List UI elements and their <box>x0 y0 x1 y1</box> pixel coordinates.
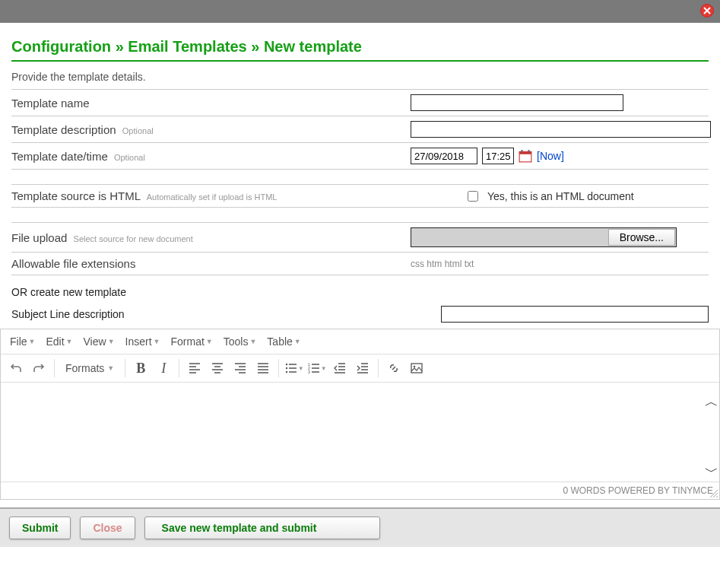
label-template-datetime: Template date/time <box>11 150 108 163</box>
template-date-input[interactable] <box>411 148 477 164</box>
save-hint-button[interactable]: Save new template and submit <box>144 516 380 539</box>
editor-status-text: 0 WORDS POWERED BY TINYMCE <box>563 485 713 496</box>
editor-menubar: File▼ Edit▼ View▼ Insert▼ Format▼ Tools▼… <box>1 329 719 354</box>
redo-icon[interactable] <box>28 358 49 379</box>
scroll-up-icon[interactable]: ︿ <box>705 396 717 408</box>
link-icon[interactable] <box>383 358 404 379</box>
editor-content-area[interactable]: ︿ ﹀ <box>1 383 719 482</box>
hint-file-upload: Select source for new document <box>74 234 193 243</box>
svg-point-6 <box>286 371 287 373</box>
row-template-name: Template name <box>11 89 709 116</box>
row-subject: Subject Line description <box>11 306 709 323</box>
resize-grip-icon[interactable] <box>710 490 718 497</box>
bullet-list-icon[interactable]: ▼ <box>284 358 305 379</box>
row-extensions: Allowable file extensions css htm html t… <box>11 252 709 275</box>
menu-edit[interactable]: Edit▼ <box>41 332 77 351</box>
bold-icon[interactable]: B <box>130 358 151 379</box>
svg-point-5 <box>286 367 287 369</box>
row-template-datetime: Template date/time Optional [Now] <box>11 142 709 169</box>
outdent-icon[interactable] <box>329 358 350 379</box>
label-subject: Subject Line description <box>11 308 441 320</box>
indent-icon[interactable] <box>352 358 373 379</box>
undo-icon[interactable] <box>5 358 27 379</box>
menu-insert[interactable]: Insert▼ <box>121 332 165 351</box>
source-html-checkbox-label: Yes, this is an HTML document <box>487 190 634 202</box>
or-create-line: OR create new template <box>11 286 709 298</box>
editor-statusbar: 0 WORDS POWERED BY TINYMCE <box>1 482 719 499</box>
svg-point-11 <box>414 366 416 368</box>
menu-format[interactable]: Format▼ <box>166 332 217 351</box>
close-icon[interactable] <box>700 4 714 17</box>
extensions-text: css htm html txt <box>411 259 474 269</box>
subject-input[interactable] <box>441 306 709 323</box>
menu-file[interactable]: File▼ <box>5 332 40 351</box>
align-right-icon[interactable] <box>230 358 251 379</box>
align-justify-icon[interactable] <box>252 358 274 379</box>
italic-icon[interactable]: I <box>153 358 174 379</box>
template-desc-input[interactable] <box>411 121 711 138</box>
label-source-html: Template source is HTML <box>11 189 141 202</box>
image-icon[interactable] <box>406 358 427 379</box>
row-source-html: Template source is HTML Automatically se… <box>11 184 709 207</box>
formats-dropdown[interactable]: Formats▼ <box>59 358 120 379</box>
svg-rect-10 <box>411 364 422 373</box>
rich-text-editor: File▼ Edit▼ View▼ Insert▼ Format▼ Tools▼… <box>0 329 720 500</box>
svg-rect-3 <box>528 150 529 152</box>
submit-button[interactable]: Submit <box>9 516 71 539</box>
calendar-icon[interactable] <box>519 149 532 163</box>
label-template-name: Template name <box>11 97 90 110</box>
label-template-desc: Template description <box>11 123 116 136</box>
menu-table[interactable]: Table▼ <box>262 332 305 351</box>
source-html-checkbox[interactable] <box>468 191 478 202</box>
row-file-upload: File upload Select source for new docume… <box>11 222 709 252</box>
number-list-icon[interactable]: 123▼ <box>306 358 328 379</box>
svg-point-4 <box>286 364 287 365</box>
label-file-upload: File upload <box>11 231 67 244</box>
hint-source-html: Automatically set if upload is HTML <box>147 192 278 202</box>
row-template-desc: Template description Optional <box>11 116 709 142</box>
browse-button[interactable]: Browse... <box>608 229 675 246</box>
menu-view[interactable]: View▼ <box>79 332 119 351</box>
align-left-icon[interactable] <box>184 358 205 379</box>
footer-bar: Submit Close Save new template and submi… <box>0 507 720 547</box>
file-upload-field[interactable]: Browse... <box>411 227 677 247</box>
editor-toolbar: Formats▼ B I ▼ 123▼ <box>1 354 719 383</box>
close-button[interactable]: Close <box>80 516 135 539</box>
hint-template-datetime: Optional <box>114 153 145 162</box>
breadcrumb: Configuration » Email Templates » New te… <box>11 30 709 62</box>
instruction-text: Provide the template details. <box>11 71 709 83</box>
template-name-input[interactable] <box>411 94 623 111</box>
now-link[interactable]: [Now] <box>537 150 564 162</box>
template-time-input[interactable] <box>482 148 514 164</box>
hint-template-desc: Optional <box>122 126 154 135</box>
align-center-icon[interactable] <box>207 358 228 379</box>
scroll-down-icon[interactable]: ﹀ <box>705 466 717 478</box>
label-extensions: Allowable file extensions <box>11 257 135 270</box>
menu-tools[interactable]: Tools▼ <box>219 332 262 351</box>
window-titlebar <box>0 0 720 23</box>
svg-text:3: 3 <box>308 370 310 374</box>
svg-rect-2 <box>521 150 522 152</box>
